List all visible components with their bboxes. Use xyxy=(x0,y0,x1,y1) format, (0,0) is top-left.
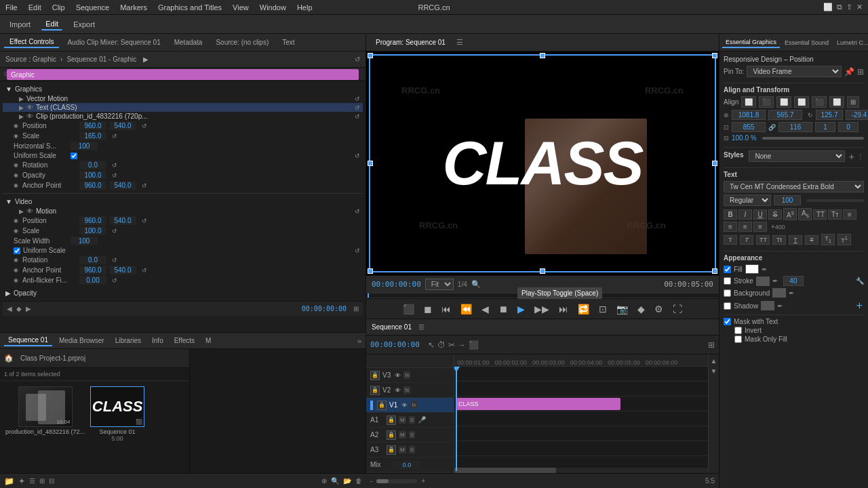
chevron-more-icon[interactable]: » xyxy=(357,337,361,345)
tab-lumetri[interactable]: Lumetri C... xyxy=(833,38,868,47)
align-bottom-btn[interactable]: ⬜ xyxy=(829,96,844,108)
strikethrough-btn[interactable]: S xyxy=(768,209,782,220)
anchor-reset-icon[interactable]: ↺ xyxy=(142,182,147,189)
export-button[interactable]: Export xyxy=(69,19,99,30)
scale-reset-icon[interactable]: ↺ xyxy=(112,133,117,140)
scale-value[interactable]: 165.0 xyxy=(79,131,106,140)
seq-zoom-in[interactable]: + xyxy=(421,477,425,485)
rotation-input2[interactable]: -29.4 xyxy=(846,110,868,120)
menu-markers[interactable]: Markers xyxy=(120,3,147,12)
mix-value[interactable]: 0.0 xyxy=(393,461,420,469)
loop-button[interactable]: 🔁 xyxy=(574,302,593,316)
find-icon[interactable]: 📂 xyxy=(343,477,351,485)
freeform-icon[interactable]: ⊟ xyxy=(49,477,54,485)
playhead[interactable] xyxy=(456,367,457,471)
v-position-x[interactable]: 960.0 xyxy=(79,216,106,225)
tab-effects[interactable]: Effects xyxy=(170,336,199,346)
anchor-x-value[interactable]: 960.0 xyxy=(79,181,106,190)
new-item-icon[interactable]: ✦ xyxy=(18,476,25,486)
v-anchor-y[interactable]: 540.0 xyxy=(109,266,136,274)
opacity-value[interactable]: 100.0 xyxy=(79,171,106,180)
expand-up-icon[interactable]: ▲ xyxy=(711,357,717,365)
safe-margins-button[interactable]: ⊡ xyxy=(595,302,610,316)
seq-zoom-out[interactable]: - xyxy=(370,477,372,485)
settings-button[interactable]: ⚙ xyxy=(651,302,667,316)
a1-toggle[interactable]: 🔒 xyxy=(387,415,396,425)
italic-btn[interactable]: I xyxy=(738,209,752,220)
uniform-scale-checkbox[interactable] xyxy=(71,152,77,159)
tab-essential-sound[interactable]: Essential Sound xyxy=(781,38,832,47)
expand-icon[interactable]: ⊞ xyxy=(353,305,359,312)
monitor-playhead[interactable] xyxy=(368,293,369,298)
tab-metadata[interactable]: Metadata xyxy=(169,37,208,47)
tab-project[interactable]: Sequence 01 xyxy=(4,335,52,346)
tab-effect-controls[interactable]: Effect Controls xyxy=(4,37,59,48)
justify-text-btn[interactable]: ≡ xyxy=(753,222,767,232)
seq-tab[interactable]: Sequence 01 xyxy=(372,323,412,331)
subscript-btn[interactable]: As xyxy=(798,208,812,220)
align-left-btn[interactable]: ⬜ xyxy=(741,96,756,108)
eye-icon[interactable]: 👁 xyxy=(26,104,33,111)
fill-color-swatch[interactable] xyxy=(745,264,759,274)
styles-menu-icon[interactable]: ⋮ xyxy=(857,152,864,160)
align-center-v-btn[interactable]: ⬛ xyxy=(812,96,827,108)
go-to-in-button[interactable]: ⏮ xyxy=(438,302,454,316)
h-scrollbar[interactable] xyxy=(454,468,708,473)
align-left-text-btn[interactable]: ≡ xyxy=(843,209,856,220)
v3-toggle[interactable]: 🔒 xyxy=(370,371,380,380)
stroke-more-icon[interactable]: 🔧 xyxy=(856,277,864,285)
v-scalewidth-value[interactable]: 100 xyxy=(71,237,98,245)
stop-button[interactable]: ⏹ xyxy=(495,302,511,316)
position-reset-icon[interactable]: ↺ xyxy=(142,123,147,129)
underline-btn[interactable]: U xyxy=(753,209,767,220)
a2-s[interactable]: S xyxy=(409,431,415,439)
seq-zoom-slider-thumb[interactable] xyxy=(376,479,389,483)
icon-close[interactable]: ✕ xyxy=(856,3,863,12)
sequence-clip-class[interactable]: CLASS xyxy=(456,398,620,410)
font-size-slider[interactable] xyxy=(806,199,864,202)
anti-flicker-value[interactable]: 0.00 xyxy=(79,276,106,285)
eye-icon2[interactable]: 👁 xyxy=(26,113,33,120)
text-reset-icon[interactable]: ↺ xyxy=(355,104,360,111)
a1-s[interactable]: S xyxy=(409,416,415,424)
v-position-y[interactable]: 540.0 xyxy=(109,216,136,225)
mask-with-text-checkbox[interactable] xyxy=(724,318,731,325)
stroke-color-swatch[interactable] xyxy=(756,277,770,286)
uniform-reset-icon[interactable]: ↺ xyxy=(355,152,360,159)
all-caps-btn[interactable]: TT xyxy=(756,235,770,245)
step-back-button[interactable]: ⏪ xyxy=(457,302,475,316)
width-input[interactable]: 855 xyxy=(732,122,766,132)
mask-only-fill-checkbox[interactable] xyxy=(734,336,742,343)
strikethrough-btn2[interactable]: T xyxy=(805,235,818,245)
video-section-title[interactable]: ▼ Video xyxy=(3,197,363,207)
seq-tool-4[interactable]: → xyxy=(458,340,466,350)
superscript-btn[interactable]: As xyxy=(783,208,797,220)
anti-flicker-reset-icon[interactable]: ↺ xyxy=(112,277,117,284)
motion-reset-icon[interactable]: ↺ xyxy=(355,208,360,215)
icon-view-icon[interactable]: ⊞ xyxy=(39,477,45,485)
prev-keyframe-icon[interactable]: ◀ xyxy=(7,305,12,312)
menu-sequence[interactable]: Sequence xyxy=(76,3,110,12)
tab-media-browser[interactable]: Media Browser xyxy=(55,336,108,346)
expand-down-icon[interactable]: ▼ xyxy=(711,367,717,375)
motion-item[interactable]: ▶ 👁 Motion ↺ xyxy=(3,207,363,216)
rotation-reset-icon[interactable]: ↺ xyxy=(112,162,117,169)
pin-icon[interactable]: 📌 xyxy=(844,67,854,77)
v1-toggle[interactable]: 🔒 xyxy=(377,401,387,410)
v-scale-reset-icon[interactable]: ↺ xyxy=(112,228,117,235)
position-y-input[interactable]: 565.7 xyxy=(768,110,802,120)
stroke-eyedropper-icon[interactable]: ✒ xyxy=(772,277,778,285)
menu-clip[interactable]: Clip xyxy=(52,3,65,12)
seq-tool-5[interactable]: ⬛ xyxy=(469,340,479,350)
v-anchor-x[interactable]: 960.0 xyxy=(79,266,106,274)
small-caps-btn[interactable]: Tт xyxy=(828,209,842,220)
add-marker-button[interactable]: ◆ xyxy=(634,302,648,316)
v-scale-value[interactable]: 100.0 xyxy=(79,226,106,235)
menu-edit[interactable]: Edit xyxy=(28,3,41,12)
invert-checkbox[interactable] xyxy=(734,327,742,334)
tab-audio-mixer[interactable]: Audio Clip Mixer: Sequence 01 xyxy=(62,37,165,47)
clip-item[interactable]: ▶ 👁 Clip (production_id_4832216 (720p...… xyxy=(3,112,363,121)
sequence-thumb[interactable]: CLASS ⬛ xyxy=(90,386,144,427)
styles-add-icon[interactable]: + xyxy=(849,151,854,162)
eye-icon3[interactable]: 👁 xyxy=(26,207,33,215)
